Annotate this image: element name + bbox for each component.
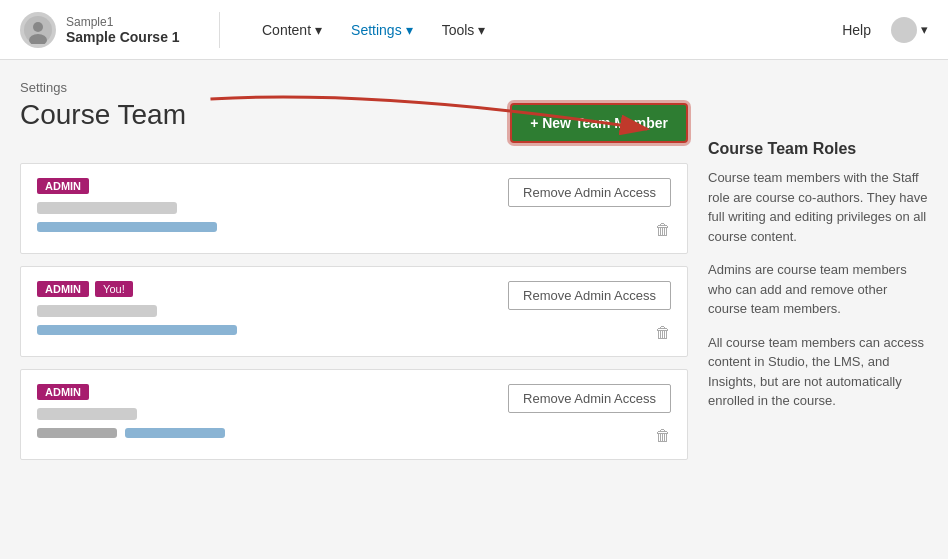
user-menu[interactable]: ▾ (891, 17, 928, 43)
admin-badge: ADMIN (37, 384, 89, 400)
remove-admin-button[interactable]: Remove Admin Access (508, 281, 671, 310)
nav-settings[interactable]: Settings ▾ (339, 0, 425, 60)
member-email-redacted (37, 428, 117, 438)
new-team-member-button[interactable]: + New Team Member (510, 103, 688, 143)
sidebar-title: Course Team Roles (708, 140, 928, 158)
page-title: Course Team (20, 99, 186, 131)
nav-username: Sample1 (66, 15, 180, 29)
card-badges: ADMIN (37, 178, 508, 194)
left-column: Settings Course Team + New Team Member (20, 80, 688, 472)
remove-admin-button[interactable]: Remove Admin Access (508, 384, 671, 413)
course-avatar (20, 12, 56, 48)
you-badge: You! (95, 281, 133, 297)
delete-icon[interactable]: 🗑 (655, 221, 671, 239)
member-email-extra-redacted (125, 428, 225, 438)
nav-tools[interactable]: Tools ▾ (430, 0, 498, 60)
member-name-redacted (37, 408, 137, 420)
team-card: ADMIN Remove Admin Access 🗑 (20, 369, 688, 460)
sidebar-para-1: Course team members with the Staff role … (708, 168, 928, 246)
chevron-down-icon: ▾ (478, 22, 485, 38)
member-email-redacted (37, 325, 237, 335)
admin-badge: ADMIN (37, 178, 89, 194)
team-cards-list: ADMIN Remove Admin Access 🗑 (20, 163, 688, 472)
svg-point-1 (33, 22, 43, 32)
main-content: Settings Course Team + New Team Member (0, 60, 948, 492)
member-name-redacted (37, 202, 177, 214)
user-avatar-small (891, 17, 917, 43)
card-badges: ADMIN You! (37, 281, 508, 297)
page-header: Course Team + New Team Member (20, 99, 688, 147)
nav-links: Content ▾ Settings ▾ Tools ▾ (250, 0, 842, 60)
nav-course-name: Sample Course 1 (66, 29, 180, 45)
nav-content[interactable]: Content ▾ (250, 0, 334, 60)
delete-icon[interactable]: 🗑 (655, 324, 671, 342)
help-link[interactable]: Help (842, 22, 871, 38)
remove-admin-button[interactable]: Remove Admin Access (508, 178, 671, 207)
course-logo[interactable]: Sample1 Sample Course 1 (20, 12, 220, 48)
team-card: ADMIN Remove Admin Access 🗑 (20, 163, 688, 254)
admin-badge: ADMIN (37, 281, 89, 297)
chevron-down-icon: ▾ (406, 22, 413, 38)
team-card: ADMIN You! Remove Admin Access 🗑 (20, 266, 688, 357)
card-badges: ADMIN (37, 384, 508, 400)
chevron-down-icon: ▾ (921, 22, 928, 37)
member-email-redacted (37, 222, 217, 232)
delete-icon[interactable]: 🗑 (655, 427, 671, 445)
nav-right: Help ▾ (842, 17, 928, 43)
top-navigation: Sample1 Sample Course 1 Content ▾ Settin… (0, 0, 948, 60)
breadcrumb: Settings (20, 80, 688, 95)
member-name-redacted (37, 305, 157, 317)
sidebar-para-3: All course team members can access conte… (708, 333, 928, 411)
sidebar: Course Team Roles Course team members wi… (708, 80, 928, 472)
chevron-down-icon: ▾ (315, 22, 322, 38)
sidebar-para-2: Admins are course team members who can a… (708, 260, 928, 319)
